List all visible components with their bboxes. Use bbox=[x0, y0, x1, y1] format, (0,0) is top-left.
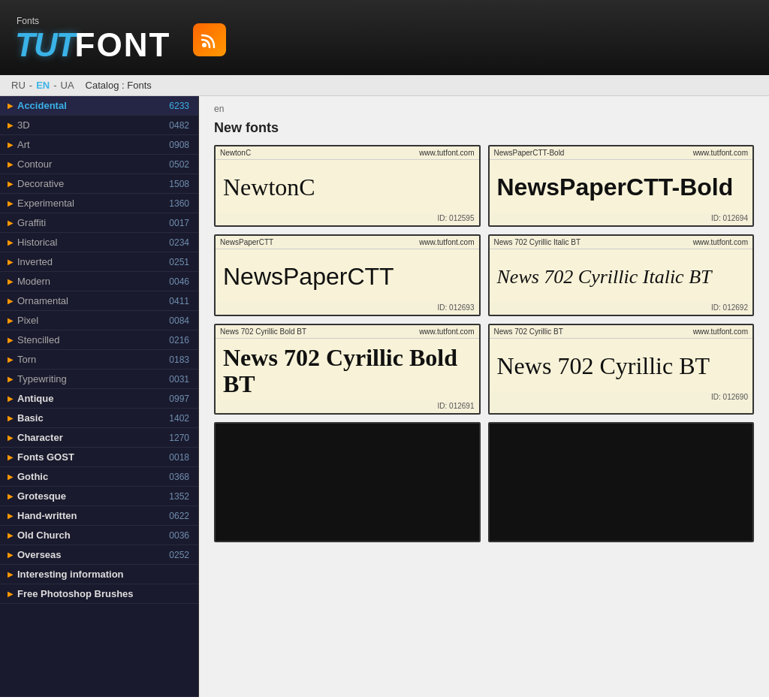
sidebar-item-free-photoshop-brushes[interactable]: ▶Free Photoshop Brushes bbox=[0, 584, 198, 604]
arrow-icon: ▶ bbox=[8, 140, 14, 149]
sidebar-item-torn[interactable]: ▶Torn0183 bbox=[0, 350, 198, 370]
nav-sep-2: - bbox=[53, 80, 56, 91]
sidebar-item-antique[interactable]: ▶Antique0997 bbox=[0, 389, 198, 409]
sidebar-item-label: Fonts GOST bbox=[17, 451, 74, 463]
arrow-icon: ▶ bbox=[8, 511, 14, 520]
font-card[interactable] bbox=[214, 422, 481, 542]
sidebar-item-label: Hand-written bbox=[17, 510, 77, 521]
sidebar-item-fonts-gost[interactable]: ▶Fonts GOST0018 bbox=[0, 448, 198, 467]
sidebar-item-label: Antique bbox=[17, 393, 53, 404]
nav-lang-en[interactable]: EN bbox=[36, 80, 50, 91]
sidebar-item-label: Accidental bbox=[17, 100, 67, 111]
arrow-icon: ▶ bbox=[8, 433, 14, 442]
font-card-preview: NewsPaperCTT bbox=[216, 249, 479, 302]
sidebar-item-3d[interactable]: ▶3D0482 bbox=[0, 116, 198, 135]
arrow-icon: ▶ bbox=[8, 199, 14, 207]
arrow-icon: ▶ bbox=[8, 414, 14, 422]
sidebar-item-label: Inverted bbox=[17, 256, 53, 267]
font-card[interactable]: NewsPaperCTT-Boldwww.tutfont.comNewsPape… bbox=[488, 145, 755, 227]
arrow-icon: ▶ bbox=[8, 453, 14, 461]
logo-area: Fonts TUT FONT bbox=[15, 16, 170, 64]
sidebar-item-typewriting[interactable]: ▶Typewriting0031 bbox=[0, 370, 198, 389]
font-site-label: www.tutfont.com bbox=[693, 327, 748, 336]
arrow-icon: ▶ bbox=[8, 180, 14, 188]
main-layout: ▶Accidental6233▶3D0482▶Art0908▶Contour05… bbox=[0, 96, 769, 697]
sidebar-item-gothic[interactable]: ▶Gothic0368 bbox=[0, 467, 198, 487]
font-card-preview: News 702 Cyrillic BT bbox=[490, 339, 753, 391]
font-card[interactable] bbox=[488, 422, 755, 542]
font-card[interactable]: NewtonCwww.tutfont.comNewtonCID: 012595 bbox=[214, 145, 481, 227]
sidebar-item-label: Experimental bbox=[17, 198, 74, 209]
sidebar-item-label: Basic bbox=[17, 412, 44, 424]
page-header: Fonts TUT FONT bbox=[0, 0, 769, 75]
font-card-id: ID: 012694 bbox=[490, 213, 753, 225]
sidebar-item-count: 0411 bbox=[169, 296, 189, 306]
font-family-label: NewtonC bbox=[220, 149, 251, 157]
arrow-icon: ▶ bbox=[8, 101, 14, 110]
arrow-icon: ▶ bbox=[8, 590, 14, 598]
sidebar-item-experimental[interactable]: ▶Experimental1360 bbox=[0, 194, 198, 213]
arrow-icon: ▶ bbox=[8, 160, 14, 168]
arrow-icon: ▶ bbox=[8, 355, 14, 364]
sidebar-item-stencilled[interactable]: ▶Stencilled0216 bbox=[0, 330, 198, 350]
sidebar-item-ornamental[interactable]: ▶Ornamental0411 bbox=[0, 291, 198, 311]
font-card-id: ID: 012692 bbox=[490, 302, 753, 315]
sidebar-item-decorative[interactable]: ▶Decorative1508 bbox=[0, 174, 198, 194]
sidebar-item-graffiti[interactable]: ▶Graffiti0017 bbox=[0, 213, 198, 233]
sidebar-item-contour[interactable]: ▶Contour0502 bbox=[0, 155, 198, 174]
font-card-id: ID: 012690 bbox=[490, 391, 753, 404]
arrow-icon: ▶ bbox=[8, 492, 14, 500]
sidebar-item-historical[interactable]: ▶Historical0234 bbox=[0, 233, 198, 252]
font-card-header: NewsPaperCTT-Boldwww.tutfont.com bbox=[490, 146, 753, 160]
sidebar-item-count: 0234 bbox=[169, 237, 189, 248]
font-card[interactable]: NewsPaperCTTwww.tutfont.comNewsPaperCTTI… bbox=[214, 234, 481, 316]
sidebar-item-count: 0036 bbox=[169, 530, 189, 541]
breadcrumb: Catalog : Fonts bbox=[86, 80, 152, 91]
font-name-display: NewsPaperCTT bbox=[223, 264, 472, 290]
arrow-icon: ▶ bbox=[8, 472, 14, 481]
sidebar-item-count: 0368 bbox=[169, 472, 189, 482]
font-grid: NewtonCwww.tutfont.comNewtonCID: 012595N… bbox=[214, 145, 754, 542]
logo-text: TUT FONT bbox=[15, 26, 170, 64]
font-card-id: ID: 012693 bbox=[216, 302, 479, 315]
sidebar-item-count: 6233 bbox=[169, 101, 189, 111]
sidebar-item-count: 0252 bbox=[169, 550, 189, 560]
sidebar-item-character[interactable]: ▶Character1270 bbox=[0, 428, 198, 448]
font-card-header: NewtonCwww.tutfont.com bbox=[216, 146, 479, 160]
font-card[interactable]: News 702 Cyrillic BTwww.tutfont.comNews … bbox=[488, 324, 755, 415]
sidebar-item-art[interactable]: ▶Art0908 bbox=[0, 135, 198, 155]
rss-icon[interactable] bbox=[193, 23, 226, 56]
sidebar-item-hand-written[interactable]: ▶Hand-written0622 bbox=[0, 506, 198, 526]
arrow-icon: ▶ bbox=[8, 297, 14, 305]
svg-point-0 bbox=[202, 43, 207, 47]
sidebar-item-accidental[interactable]: ▶Accidental6233 bbox=[0, 96, 198, 116]
font-site-label: www.tutfont.com bbox=[419, 149, 474, 157]
font-card[interactable]: News 702 Cyrillic Italic BTwww.tutfont.c… bbox=[488, 234, 755, 316]
sidebar-item-interesting-information[interactable]: ▶Interesting information bbox=[0, 565, 198, 584]
sidebar-item-count: 0908 bbox=[169, 140, 189, 150]
sidebar-item-label: Overseas bbox=[17, 549, 62, 560]
arrow-icon: ▶ bbox=[8, 277, 14, 285]
font-card-header: NewsPaperCTTwww.tutfont.com bbox=[216, 236, 479, 249]
nav-sep-1: - bbox=[29, 80, 32, 91]
sidebar-item-pixel[interactable]: ▶Pixel0084 bbox=[0, 311, 198, 330]
sidebar-item-count: 0031 bbox=[169, 374, 189, 385]
sidebar-item-grotesque[interactable]: ▶Grotesque1352 bbox=[0, 487, 198, 506]
nav-lang-ua[interactable]: UA bbox=[61, 80, 74, 91]
font-name-display: News 702 Cyrillic BT bbox=[497, 353, 746, 379]
sidebar-item-label: Grotesque bbox=[17, 490, 66, 502]
sidebar-item-modern[interactable]: ▶Modern0046 bbox=[0, 272, 198, 291]
sidebar-item-label: 3D bbox=[17, 119, 30, 131]
arrow-icon: ▶ bbox=[8, 219, 14, 227]
sidebar-item-count: 0017 bbox=[169, 218, 189, 228]
font-site-label: www.tutfont.com bbox=[419, 327, 474, 336]
nav-lang-ru[interactable]: RU bbox=[11, 80, 26, 91]
font-name-display: News 702 Cyrillic Bold BT bbox=[223, 345, 472, 397]
font-name-display: NewtonC bbox=[223, 174, 472, 201]
sidebar-item-overseas[interactable]: ▶Overseas0252 bbox=[0, 545, 198, 565]
sidebar-item-count: 1402 bbox=[169, 413, 189, 424]
sidebar-item-basic[interactable]: ▶Basic1402 bbox=[0, 409, 198, 428]
font-card[interactable]: News 702 Cyrillic Bold BTwww.tutfont.com… bbox=[214, 324, 481, 415]
sidebar-item-inverted[interactable]: ▶Inverted0251 bbox=[0, 252, 198, 272]
sidebar-item-old-church[interactable]: ▶Old Church0036 bbox=[0, 526, 198, 545]
